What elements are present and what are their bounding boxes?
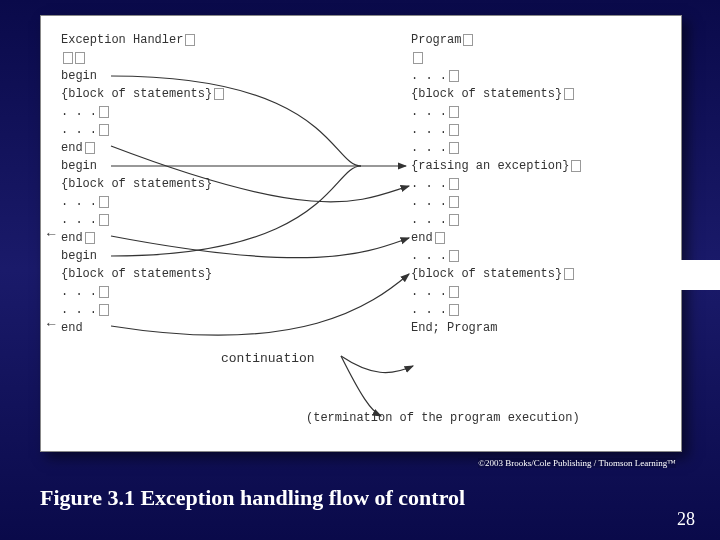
left-blank — [61, 49, 321, 67]
right-dots-9: . . . — [411, 283, 671, 301]
left-dots-3b: . . . — [61, 301, 321, 319]
right-block-1: {block of statements} — [411, 85, 671, 103]
left-end-3: end — [61, 319, 321, 337]
code-area: Exception Handler begin {block of statem… — [41, 16, 681, 451]
left-block-3: {block of statements} — [61, 265, 321, 283]
left-begin-1: begin — [61, 67, 321, 85]
right-raise: {raising an exception} — [411, 157, 671, 175]
slide-edge-artifact — [680, 260, 720, 290]
return-arrow-icon: ← — [47, 316, 55, 332]
right-dots-10: . . . — [411, 301, 671, 319]
right-dots-3: . . . — [411, 121, 671, 139]
left-begin-2: begin — [61, 157, 321, 175]
right-dots-8: . . . — [411, 247, 671, 265]
left-end-2: end — [61, 229, 321, 247]
left-title: Exception Handler — [61, 31, 321, 49]
left-end-1: end — [61, 139, 321, 157]
right-block-2: {block of statements} — [411, 265, 671, 283]
left-block-2: {block of statements} — [61, 175, 321, 193]
right-dots-2: . . . — [411, 103, 671, 121]
left-dots-1b: . . . — [61, 121, 321, 139]
page-number: 28 — [677, 509, 695, 530]
diagram-panel: Exception Handler begin {block of statem… — [40, 15, 682, 452]
copyright-text: ©2003 Brooks/Cole Publishing / Thomson L… — [478, 458, 676, 468]
left-dots-1a: . . . — [61, 103, 321, 121]
right-endprog: End; Program — [411, 319, 671, 337]
right-blank — [411, 49, 671, 67]
left-dots-2b: . . . — [61, 211, 321, 229]
termination-label: (termination of the program execution) — [306, 411, 580, 425]
continuation-label: continuation — [221, 351, 315, 366]
left-dots-3a: . . . — [61, 283, 321, 301]
left-dots-2a: . . . — [61, 193, 321, 211]
right-dots-1: . . . — [411, 67, 671, 85]
exception-handler-column: Exception Handler begin {block of statem… — [61, 31, 321, 337]
right-dots-6: . . . — [411, 193, 671, 211]
right-dots-4: . . . — [411, 139, 671, 157]
figure-caption: Figure 3.1 Exception handling flow of co… — [40, 485, 465, 511]
program-column: Program . . . {block of statements} . . … — [411, 31, 671, 337]
left-begin-3: begin — [61, 247, 321, 265]
right-end: end — [411, 229, 671, 247]
right-dots-7: . . . — [411, 211, 671, 229]
left-block-1: {block of statements} — [61, 85, 321, 103]
right-dots-5: . . . — [411, 175, 671, 193]
right-title: Program — [411, 31, 671, 49]
return-arrow-icon: ← — [47, 226, 55, 242]
